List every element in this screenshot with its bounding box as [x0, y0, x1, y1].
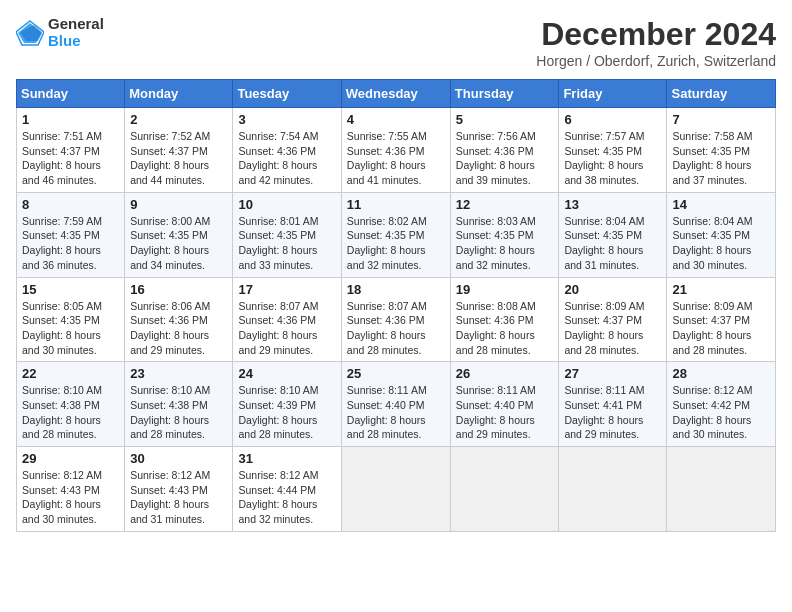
col-header-tuesday: Tuesday — [233, 80, 341, 108]
sunrise-label: Sunrise: 7:54 AM — [238, 130, 318, 142]
calendar-week-row: 29 Sunrise: 8:12 AM Sunset: 4:43 PM Dayl… — [17, 447, 776, 532]
day-number: 27 — [564, 366, 661, 381]
sunset-label: Sunset: 4:37 PM — [130, 145, 208, 157]
calendar-cell: 2 Sunrise: 7:52 AM Sunset: 4:37 PM Dayli… — [125, 108, 233, 193]
calendar-cell: 30 Sunrise: 8:12 AM Sunset: 4:43 PM Dayl… — [125, 447, 233, 532]
day-info: Sunrise: 7:58 AM Sunset: 4:35 PM Dayligh… — [672, 129, 770, 188]
daylight-label: Daylight: 8 hours and 31 minutes. — [130, 498, 209, 525]
logo-icon — [16, 19, 44, 47]
day-number: 28 — [672, 366, 770, 381]
calendar-cell: 5 Sunrise: 7:56 AM Sunset: 4:36 PM Dayli… — [450, 108, 559, 193]
day-info: Sunrise: 8:07 AM Sunset: 4:36 PM Dayligh… — [347, 299, 445, 358]
daylight-label: Daylight: 8 hours and 28 minutes. — [564, 329, 643, 356]
sunset-label: Sunset: 4:41 PM — [564, 399, 642, 411]
day-info: Sunrise: 8:04 AM Sunset: 4:35 PM Dayligh… — [564, 214, 661, 273]
sunset-label: Sunset: 4:42 PM — [672, 399, 750, 411]
day-number: 21 — [672, 282, 770, 297]
day-number: 7 — [672, 112, 770, 127]
day-info: Sunrise: 8:04 AM Sunset: 4:35 PM Dayligh… — [672, 214, 770, 273]
sunrise-label: Sunrise: 8:06 AM — [130, 300, 210, 312]
sunset-label: Sunset: 4:40 PM — [347, 399, 425, 411]
sunset-label: Sunset: 4:37 PM — [22, 145, 100, 157]
sunset-label: Sunset: 4:36 PM — [456, 145, 534, 157]
calendar-cell: 19 Sunrise: 8:08 AM Sunset: 4:36 PM Dayl… — [450, 277, 559, 362]
sunset-label: Sunset: 4:43 PM — [130, 484, 208, 496]
sunset-label: Sunset: 4:43 PM — [22, 484, 100, 496]
day-number: 9 — [130, 197, 227, 212]
sunrise-label: Sunrise: 8:07 AM — [238, 300, 318, 312]
daylight-label: Daylight: 8 hours and 38 minutes. — [564, 159, 643, 186]
day-number: 14 — [672, 197, 770, 212]
daylight-label: Daylight: 8 hours and 46 minutes. — [22, 159, 101, 186]
day-number: 25 — [347, 366, 445, 381]
calendar-cell: 25 Sunrise: 8:11 AM Sunset: 4:40 PM Dayl… — [341, 362, 450, 447]
day-info: Sunrise: 8:10 AM Sunset: 4:38 PM Dayligh… — [22, 383, 119, 442]
daylight-label: Daylight: 8 hours and 34 minutes. — [130, 244, 209, 271]
col-header-sunday: Sunday — [17, 80, 125, 108]
sunset-label: Sunset: 4:36 PM — [130, 314, 208, 326]
sunrise-label: Sunrise: 8:07 AM — [347, 300, 427, 312]
calendar-cell: 28 Sunrise: 8:12 AM Sunset: 4:42 PM Dayl… — [667, 362, 776, 447]
sunset-label: Sunset: 4:35 PM — [456, 229, 534, 241]
daylight-label: Daylight: 8 hours and 28 minutes. — [672, 329, 751, 356]
calendar-cell: 6 Sunrise: 7:57 AM Sunset: 4:35 PM Dayli… — [559, 108, 667, 193]
calendar-cell: 29 Sunrise: 8:12 AM Sunset: 4:43 PM Dayl… — [17, 447, 125, 532]
day-info: Sunrise: 8:00 AM Sunset: 4:35 PM Dayligh… — [130, 214, 227, 273]
sunset-label: Sunset: 4:40 PM — [456, 399, 534, 411]
sunrise-label: Sunrise: 8:03 AM — [456, 215, 536, 227]
day-number: 4 — [347, 112, 445, 127]
daylight-label: Daylight: 8 hours and 28 minutes. — [130, 414, 209, 441]
daylight-label: Daylight: 8 hours and 28 minutes. — [456, 329, 535, 356]
logo: General Blue — [16, 16, 104, 49]
day-number: 8 — [22, 197, 119, 212]
sunset-label: Sunset: 4:36 PM — [347, 145, 425, 157]
sunset-label: Sunset: 4:35 PM — [564, 229, 642, 241]
calendar-cell: 7 Sunrise: 7:58 AM Sunset: 4:35 PM Dayli… — [667, 108, 776, 193]
day-number: 16 — [130, 282, 227, 297]
day-info: Sunrise: 8:11 AM Sunset: 4:40 PM Dayligh… — [347, 383, 445, 442]
day-number: 1 — [22, 112, 119, 127]
day-info: Sunrise: 8:11 AM Sunset: 4:40 PM Dayligh… — [456, 383, 554, 442]
month-title: December 2024 — [536, 16, 776, 53]
sunset-label: Sunset: 4:35 PM — [672, 229, 750, 241]
day-info: Sunrise: 8:03 AM Sunset: 4:35 PM Dayligh… — [456, 214, 554, 273]
sunrise-label: Sunrise: 8:05 AM — [22, 300, 102, 312]
day-info: Sunrise: 8:12 AM Sunset: 4:43 PM Dayligh… — [22, 468, 119, 527]
sunrise-label: Sunrise: 7:58 AM — [672, 130, 752, 142]
day-info: Sunrise: 8:11 AM Sunset: 4:41 PM Dayligh… — [564, 383, 661, 442]
day-number: 2 — [130, 112, 227, 127]
sunset-label: Sunset: 4:37 PM — [672, 314, 750, 326]
calendar-week-row: 8 Sunrise: 7:59 AM Sunset: 4:35 PM Dayli… — [17, 192, 776, 277]
day-info: Sunrise: 8:12 AM Sunset: 4:43 PM Dayligh… — [130, 468, 227, 527]
day-info: Sunrise: 7:57 AM Sunset: 4:35 PM Dayligh… — [564, 129, 661, 188]
day-info: Sunrise: 7:55 AM Sunset: 4:36 PM Dayligh… — [347, 129, 445, 188]
sunset-label: Sunset: 4:35 PM — [22, 314, 100, 326]
sunrise-label: Sunrise: 8:11 AM — [347, 384, 427, 396]
calendar-table: SundayMondayTuesdayWednesdayThursdayFrid… — [16, 79, 776, 532]
sunrise-label: Sunrise: 8:01 AM — [238, 215, 318, 227]
calendar-week-row: 1 Sunrise: 7:51 AM Sunset: 4:37 PM Dayli… — [17, 108, 776, 193]
daylight-label: Daylight: 8 hours and 44 minutes. — [130, 159, 209, 186]
calendar-cell — [559, 447, 667, 532]
day-number: 20 — [564, 282, 661, 297]
sunrise-label: Sunrise: 8:02 AM — [347, 215, 427, 227]
day-number: 24 — [238, 366, 335, 381]
daylight-label: Daylight: 8 hours and 41 minutes. — [347, 159, 426, 186]
day-number: 30 — [130, 451, 227, 466]
sunrise-label: Sunrise: 7:55 AM — [347, 130, 427, 142]
calendar-cell: 8 Sunrise: 7:59 AM Sunset: 4:35 PM Dayli… — [17, 192, 125, 277]
calendar-week-row: 22 Sunrise: 8:10 AM Sunset: 4:38 PM Dayl… — [17, 362, 776, 447]
day-number: 31 — [238, 451, 335, 466]
sunrise-label: Sunrise: 7:52 AM — [130, 130, 210, 142]
daylight-label: Daylight: 8 hours and 28 minutes. — [347, 329, 426, 356]
logo-blue: Blue — [48, 33, 104, 50]
sunset-label: Sunset: 4:37 PM — [564, 314, 642, 326]
col-header-wednesday: Wednesday — [341, 80, 450, 108]
day-info: Sunrise: 8:10 AM Sunset: 4:39 PM Dayligh… — [238, 383, 335, 442]
day-info: Sunrise: 7:54 AM Sunset: 4:36 PM Dayligh… — [238, 129, 335, 188]
day-info: Sunrise: 8:01 AM Sunset: 4:35 PM Dayligh… — [238, 214, 335, 273]
calendar-cell: 18 Sunrise: 8:07 AM Sunset: 4:36 PM Dayl… — [341, 277, 450, 362]
calendar-cell: 23 Sunrise: 8:10 AM Sunset: 4:38 PM Dayl… — [125, 362, 233, 447]
page-header: General Blue December 2024 Horgen / Ober… — [16, 16, 776, 69]
calendar-cell: 22 Sunrise: 8:10 AM Sunset: 4:38 PM Dayl… — [17, 362, 125, 447]
